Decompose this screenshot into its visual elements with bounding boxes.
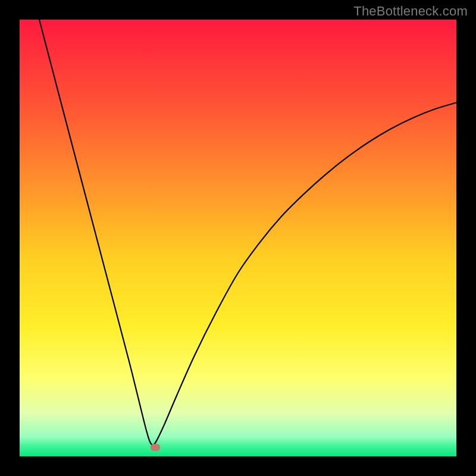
chart-frame: TheBottleneck.com — [0, 0, 476, 476]
svg-rect-0 — [20, 20, 456, 456]
watermark-text: TheBottleneck.com — [353, 4, 468, 19]
background-gradient — [20, 20, 456, 456]
optimum-marker — [151, 444, 160, 451]
plot-area — [20, 20, 456, 456]
